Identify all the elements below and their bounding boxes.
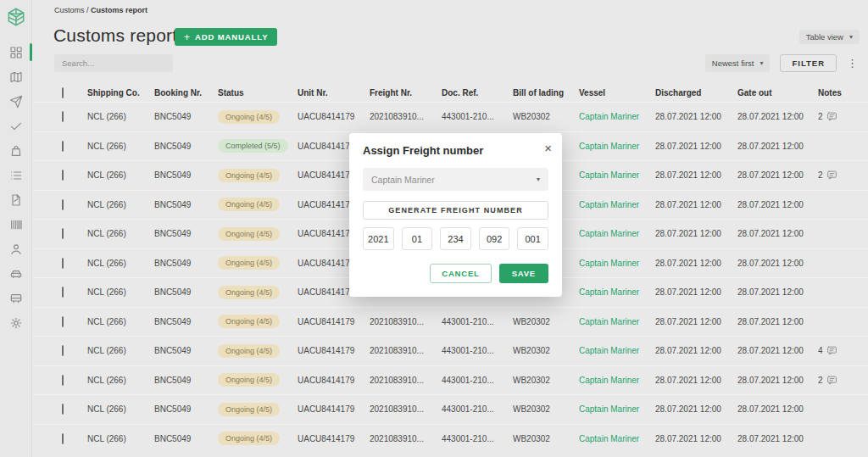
- row-checkbox[interactable]: [62, 141, 64, 152]
- row-checkbox[interactable]: [62, 345, 64, 356]
- status-badge: Ongoing (4/5): [218, 286, 280, 299]
- cell-booking-nr: BNC5049: [154, 404, 218, 414]
- sort-label: Newest first: [712, 59, 754, 68]
- modal-footer: CANCEL SAVE: [363, 264, 548, 283]
- table-row[interactable]: NCL (266)BNC5049Ongoing (4/5)UACU8414179…: [33, 307, 868, 337]
- modal-title: Assign Freight number: [363, 144, 548, 157]
- row-checkbox[interactable]: [62, 111, 64, 122]
- cell-discharged: 28.07.2021 12:00: [655, 404, 737, 414]
- truck-icon: [9, 292, 23, 305]
- sidebar-item-barcode[interactable]: [0, 212, 31, 237]
- cell-unit-nr: UACU8414179: [298, 346, 370, 355]
- vessel-link[interactable]: Captain Mariner: [579, 229, 639, 238]
- table-row[interactable]: NCL (266)BNC5049Ongoing (4/5)UACU8414179…: [33, 424, 868, 454]
- vessel-select[interactable]: Captain Mariner ▾: [363, 168, 548, 191]
- kebab-menu-icon[interactable]: ⋮: [847, 58, 858, 69]
- row-checkbox[interactable]: [62, 199, 64, 210]
- cell-booking-nr: BNC5049: [154, 112, 218, 121]
- sidebar-item-check[interactable]: [0, 114, 31, 138]
- vessel-link[interactable]: Captain Mariner: [579, 287, 639, 297]
- select-all-checkbox[interactable]: [62, 87, 64, 98]
- cell-notes[interactable]: 4: [818, 345, 864, 356]
- row-checkbox[interactable]: [62, 433, 64, 444]
- sort-selector[interactable]: Newest first ▾: [705, 54, 771, 72]
- column-header: Unit Nr.: [298, 88, 370, 98]
- vessel-link[interactable]: Captain Mariner: [579, 112, 639, 121]
- note-icon[interactable]: [826, 111, 837, 122]
- sidebar-item-list[interactable]: [0, 163, 31, 187]
- column-header: Shipping Co.: [87, 88, 154, 98]
- chevron-down-icon: ▾: [760, 60, 763, 67]
- save-button[interactable]: SAVE: [499, 264, 548, 283]
- vessel-link[interactable]: Captain Mariner: [579, 142, 639, 151]
- vessel-link[interactable]: Captain Mariner: [579, 170, 639, 180]
- table-row[interactable]: NCL (266)BNC5049Ongoing (4/5)UACU8414179…: [33, 102, 868, 131]
- row-checkbox[interactable]: [62, 258, 64, 269]
- brand-logo-cube-icon[interactable]: [5, 6, 27, 28]
- search-input[interactable]: [54, 59, 177, 68]
- note-icon[interactable]: [826, 345, 837, 356]
- cancel-button[interactable]: CANCEL: [430, 264, 491, 283]
- freight-segment-input-3[interactable]: [440, 227, 471, 250]
- column-header: Notes: [818, 88, 864, 98]
- cell-notes[interactable]: 2: [818, 170, 864, 181]
- status-badge: Ongoing (4/5): [218, 227, 280, 241]
- cell-freight-nr: 2021083910...: [370, 376, 442, 385]
- sidebar-item-document-edit[interactable]: [0, 187, 31, 212]
- check-icon: [9, 120, 23, 133]
- generate-freight-number-button[interactable]: GENERATE FREIGHT NUMBER: [363, 201, 548, 220]
- cell-bill-of-lading: WB20302: [513, 376, 579, 385]
- sidebar-item-dashboard[interactable]: [0, 40, 31, 64]
- vessel-link[interactable]: Captain Mariner: [579, 317, 639, 326]
- assign-freight-number-modal: Assign Freight number × Captain Mariner …: [349, 133, 562, 297]
- freight-segment-input-4[interactable]: [479, 227, 510, 250]
- cell-notes[interactable]: 2: [818, 111, 864, 122]
- freight-segment-input-2[interactable]: [402, 227, 433, 250]
- vessel-link[interactable]: Captain Mariner: [579, 404, 639, 414]
- note-icon[interactable]: [826, 170, 837, 181]
- sidebar-item-settings[interactable]: [0, 310, 31, 335]
- row-checkbox[interactable]: [62, 287, 64, 298]
- sidebar-item-bag[interactable]: [0, 138, 31, 163]
- cell-discharged: 28.07.2021 12:00: [655, 346, 737, 355]
- cell-discharged: 28.07.2021 12:00: [655, 376, 737, 385]
- row-checkbox[interactable]: [62, 170, 64, 181]
- vessel-link[interactable]: Captain Mariner: [579, 346, 639, 355]
- vessel-link[interactable]: Captain Mariner: [579, 259, 639, 268]
- freight-segment-input-1[interactable]: [363, 227, 394, 250]
- freight-segment-input-5[interactable]: [517, 227, 548, 250]
- row-checkbox[interactable]: [62, 375, 64, 386]
- table-row[interactable]: NCL (266)BNC5049Ongoing (4/5)UACU8414179…: [33, 365, 868, 395]
- cell-discharged: 28.07.2021 12:00: [655, 112, 737, 121]
- note-icon[interactable]: [826, 375, 837, 386]
- vessel-link[interactable]: Captain Mariner: [579, 376, 639, 385]
- table-row[interactable]: NCL (266)BNC5049Ongoing (4/5)UACU8414179…: [33, 336, 868, 365]
- breadcrumb-parent[interactable]: Customs: [54, 6, 85, 14]
- add-manually-button[interactable]: + ADD MANUALLY: [175, 28, 277, 46]
- vessel-link[interactable]: Captain Mariner: [579, 200, 639, 209]
- cell-gate-out: 28.07.2021 12:00: [737, 229, 818, 238]
- close-icon[interactable]: ×: [544, 141, 552, 155]
- table-view-selector[interactable]: Table view ▾: [799, 30, 860, 44]
- dashboard-icon: [9, 46, 23, 59]
- row-checkbox[interactable]: [62, 404, 64, 415]
- row-checkbox[interactable]: [62, 316, 64, 327]
- add-manually-label: ADD MANUALLY: [195, 32, 268, 42]
- sidebar-item-car[interactable]: [0, 261, 31, 286]
- cell-gate-out: 28.07.2021 12:00: [737, 376, 818, 385]
- table-row[interactable]: NCL (266)BNC5049Ongoing (4/5)UACU8414179…: [33, 394, 868, 424]
- status-badge: Ongoing (4/5): [218, 315, 280, 328]
- cell-shipping-co: NCL (266): [87, 112, 154, 121]
- cell-booking-nr: BNC5049: [154, 434, 218, 443]
- filter-button[interactable]: FILTER: [780, 54, 837, 72]
- sidebar-item-truck[interactable]: [0, 286, 31, 310]
- status-badge: Ongoing (4/5): [218, 110, 280, 124]
- row-checkbox[interactable]: [62, 228, 64, 239]
- sidebar-item-map[interactable]: [0, 64, 31, 89]
- cell-unit-nr: UACU8414179: [298, 376, 370, 385]
- cell-gate-out: 28.07.2021 12:00: [737, 404, 818, 414]
- vessel-link[interactable]: Captain Mariner: [579, 434, 639, 443]
- sidebar-item-user[interactable]: [0, 237, 31, 261]
- cell-notes[interactable]: 2: [818, 375, 864, 386]
- sidebar-item-send[interactable]: [0, 89, 31, 114]
